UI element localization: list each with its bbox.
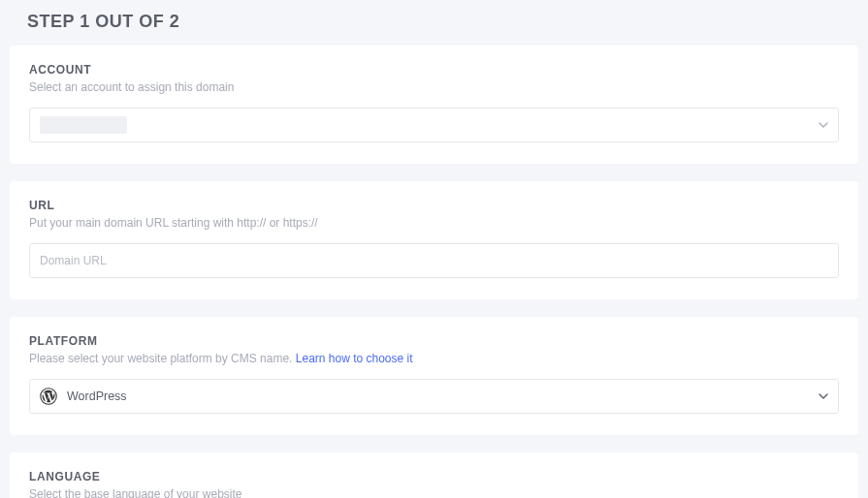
platform-card: PLATFORM Please select your website plat… [10,317,858,435]
account-card: ACCOUNT Select an account to assign this… [10,46,858,164]
url-input-wrap [29,243,839,278]
language-card: LANGUAGE Select the base language of you… [10,452,858,498]
wordpress-icon [40,388,57,405]
url-label: URL [29,199,839,212]
platform-learn-more-link[interactable]: Learn how to choose it [296,352,413,365]
language-help: Select the base language of your website [29,487,839,498]
account-select[interactable] [29,108,839,142]
account-help: Select an account to assign this domain [29,80,839,94]
account-selected-value-redacted [40,116,127,134]
chevron-down-icon [819,393,828,399]
language-label: LANGUAGE [29,470,839,483]
platform-selected-value: WordPress [67,389,127,403]
platform-help: Please select your website platform by C… [29,352,839,365]
account-label: ACCOUNT [29,63,839,77]
platform-help-text: Please select your website platform by C… [29,352,296,365]
url-input[interactable] [40,254,828,267]
url-card: URL Put your main domain URL starting wi… [10,181,858,299]
chevron-down-icon [819,122,828,128]
platform-label: PLATFORM [29,334,839,348]
url-help: Put your main domain URL starting with h… [29,216,839,230]
page-title: STEP 1 OUT OF 2 [10,0,858,46]
platform-select[interactable]: WordPress [29,379,839,414]
